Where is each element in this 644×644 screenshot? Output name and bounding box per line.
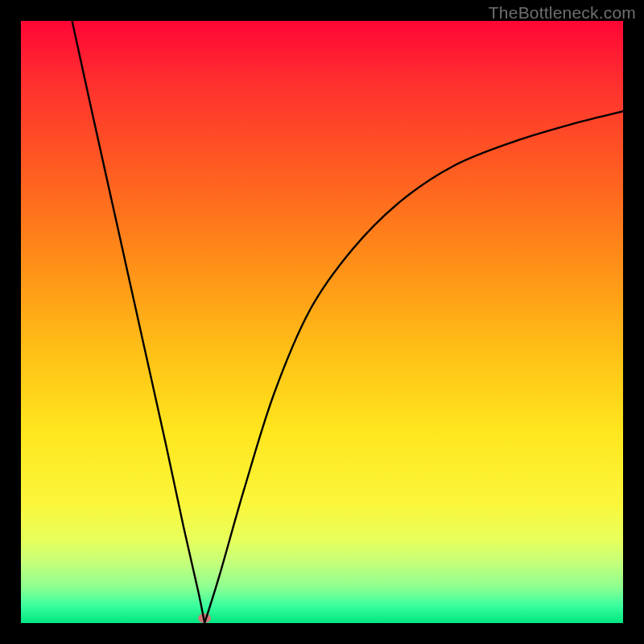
curve-path	[72, 21, 623, 623]
vertex-marker	[198, 613, 211, 623]
watermark-text: TheBottleneck.com	[489, 3, 636, 23]
bottleneck-curve	[21, 21, 623, 623]
gradient-plot-area	[21, 21, 623, 623]
chart-stage: TheBottleneck.com	[0, 0, 644, 644]
